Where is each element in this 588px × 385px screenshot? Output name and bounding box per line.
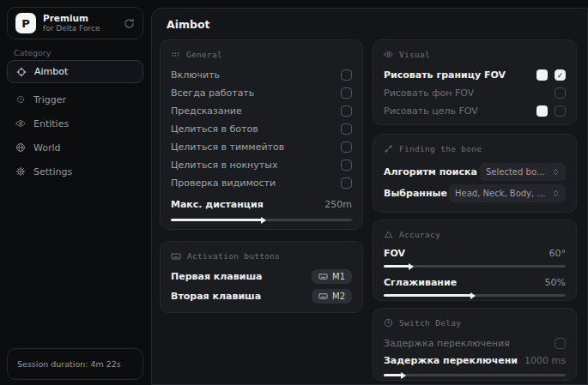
- switch-delay-slider-row: Задержка переключения (мс) 1000 ms: [384, 352, 566, 369]
- panel-title-text: Visual: [399, 50, 430, 59]
- fov-border-color-swatch[interactable]: [536, 69, 548, 81]
- panel-switch-title: Switch Delay: [384, 316, 566, 329]
- fov-slider[interactable]: [384, 265, 566, 268]
- visibility-check-checkbox[interactable]: [341, 177, 352, 189]
- toggle-row: Целиться в ботов: [171, 120, 352, 138]
- panel-finding-title: Finding the bone: [384, 142, 566, 155]
- eye-icon: [384, 50, 393, 59]
- product-name: Premium: [43, 13, 100, 24]
- slider-fill: [171, 219, 262, 221]
- unfold-icon: [552, 168, 560, 176]
- switch-delay-checkbox[interactable]: [555, 338, 566, 349]
- keybind-value: M1: [332, 272, 345, 281]
- bone-algorithm-row: Алгоритм поиска кост Selected bone: [384, 162, 566, 181]
- session-card: Session duration: 4m 22s: [7, 348, 143, 380]
- toggle-row: Целиться в нокнутых: [171, 156, 352, 174]
- first-key-button[interactable]: M1: [312, 269, 352, 284]
- keybind-row: Первая клавиша M1: [171, 268, 352, 286]
- toggle-label: Проверка видимости: [171, 177, 276, 189]
- slider-fill: [384, 294, 471, 297]
- panel-title-text: Finding the bone: [399, 144, 482, 153]
- selected-bones-select[interactable]: Head, Neck, Body, Pe..: [449, 184, 566, 202]
- toggle-row: Проверка видимости: [171, 174, 352, 192]
- toggle-label: Целиться в ботов: [171, 123, 258, 135]
- selected-bones-label: Выбранные кост: [384, 188, 449, 199]
- sidebar-item-trigger[interactable]: Trigger: [7, 88, 143, 111]
- prediction-checkbox[interactable]: [341, 105, 352, 117]
- product-subtitle: for Delta Force: [43, 24, 100, 33]
- sidebar-item-label: Entities: [33, 118, 69, 129]
- session-duration: Session duration: 4m 22s: [17, 359, 121, 369]
- keybind-value: M2: [332, 292, 345, 301]
- app-logo: P: [15, 13, 36, 33]
- globe-icon: [15, 142, 26, 153]
- toggle-row: Всегда работать: [171, 84, 352, 102]
- keyboard-icon: [318, 272, 328, 281]
- switch-delay-toggle-label: Задержка переключения: [384, 338, 510, 349]
- brand-text: Premium for Delta Force: [43, 13, 100, 33]
- sidebar-item-aimbot[interactable]: Aimbot: [7, 60, 143, 83]
- sidebar-item-entities[interactable]: Entities: [7, 112, 143, 135]
- keyboard-icon: [318, 292, 328, 301]
- draw-fov-background-checkbox[interactable]: [555, 87, 566, 99]
- draw-fov-target-checkbox[interactable]: [555, 105, 566, 117]
- toggle-label: Включить: [171, 69, 220, 81]
- draw-fov-border-checkbox[interactable]: [555, 69, 566, 81]
- switch-delay-toggle-row: Задержка переключения: [384, 334, 566, 352]
- sidebar-item-world[interactable]: World: [7, 136, 143, 159]
- toggle-label: Целиться в нокнутых: [171, 159, 277, 171]
- toggle-row: Предсказание: [171, 102, 352, 120]
- fov-label: FOV: [384, 248, 405, 259]
- target-bots-checkbox[interactable]: [341, 123, 352, 135]
- always-work-checkbox[interactable]: [341, 87, 352, 99]
- switch-delay-ms-value: 1000 ms: [524, 355, 566, 366]
- category-label: Category: [14, 48, 51, 57]
- keybind-row: Вторая клавиша M2: [171, 287, 352, 305]
- max-distance-slider[interactable]: [171, 219, 352, 221]
- sidebar: P Premium for Delta Force Category Aimbo…: [0, 0, 151, 385]
- panel-visual: Visual Рисовать границу FOV Рисовать фон…: [373, 39, 577, 125]
- refresh-icon[interactable]: [124, 18, 135, 29]
- sidebar-item-label: Aimbot: [34, 66, 68, 77]
- panel-activation-title: Activation buttons: [171, 250, 352, 262]
- panel-switch-delay: Switch Delay Задержка переключения Задер…: [373, 308, 577, 381]
- switch-delay-slider[interactable]: [384, 374, 566, 376]
- panel-title-text: Accuracy: [399, 230, 440, 239]
- toggle-row: Включить: [171, 66, 352, 84]
- page-title: Aimbot: [167, 18, 210, 31]
- panel-accuracy-title: Accuracy: [384, 228, 566, 241]
- panel-accuracy: Accuracy FOV 60° Сглаживание 50%: [373, 220, 577, 301]
- bone-algorithm-label: Алгоритм поиска кост: [384, 166, 480, 177]
- keybind-label: Вторая клавиша: [171, 291, 261, 302]
- target-knocked-checkbox[interactable]: [341, 159, 352, 171]
- sidebar-item-settings[interactable]: Settings: [7, 160, 143, 183]
- keyboard-icon: [171, 251, 181, 262]
- fov-value: 60°: [549, 248, 567, 259]
- sidebar-item-label: Settings: [33, 166, 72, 177]
- visual-label: Рисовать границу FOV: [384, 69, 506, 81]
- toggle-label: Целиться в тиммейтов: [171, 141, 284, 153]
- main-content: Aimbot General Включить Всегда работать …: [151, 8, 588, 385]
- slider-fill: [384, 374, 402, 376]
- toggle-label: Всегда работать: [171, 87, 254, 99]
- visual-label: Рисовать фон FOV: [384, 87, 474, 99]
- smoothing-slider[interactable]: [384, 294, 566, 297]
- second-key-button[interactable]: M2: [312, 289, 352, 304]
- panel-visual-title: Visual: [384, 48, 566, 61]
- slider-value: 250m: [324, 199, 352, 210]
- crosshair-icon: [16, 67, 27, 77]
- panel-finding-bone: Finding the bone Алгоритм поиска кост Se…: [373, 134, 577, 213]
- visual-row: Рисовать цель FOV: [384, 102, 566, 120]
- smoothing-slider-row: Сглаживание 50%: [384, 275, 566, 289]
- bone-algorithm-select[interactable]: Selected bone: [480, 163, 566, 181]
- panel-general-title: General: [171, 48, 352, 61]
- panel-activation-buttons: Activation buttons Первая клавиша M1 Вто…: [160, 241, 363, 313]
- visual-row: Рисовать фон FOV: [384, 84, 566, 102]
- target-teammates-checkbox[interactable]: [341, 141, 352, 153]
- toggle-row: Целиться в тиммейтов: [171, 138, 352, 156]
- fov-target-color-swatch[interactable]: [536, 105, 548, 117]
- enable-checkbox[interactable]: [341, 69, 352, 81]
- sidebar-item-label: Trigger: [33, 94, 66, 105]
- selected-bones-row: Выбранные кост Head, Neck, Body, Pe..: [384, 183, 566, 202]
- panel-title-text: Switch Delay: [399, 318, 461, 328]
